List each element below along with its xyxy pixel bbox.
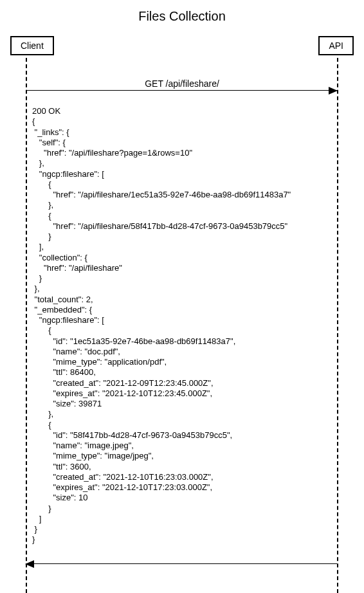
request-arrow [26,90,337,91]
lifeline-client [26,58,27,593]
participant-client: Client [10,36,54,55]
diagram-title: Files Collection [0,9,364,24]
sequence-diagram: Files Collection Client API GET /api/fil… [0,0,364,593]
request-label: GET /api/fileshare/ [0,78,364,89]
response-body: 200 OK { "_links": { "self": { "href": "… [32,106,337,545]
response-arrow [26,563,337,564]
participant-api: API [318,36,354,55]
lifeline-api [337,58,338,593]
arrowhead-right-icon [329,87,338,95]
arrowhead-left-icon [25,560,34,568]
